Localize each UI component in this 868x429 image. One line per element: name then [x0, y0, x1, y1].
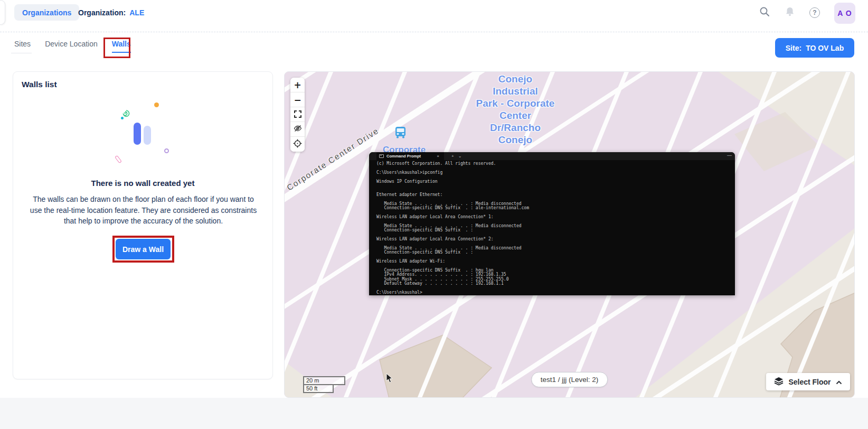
locate-button[interactable] [290, 137, 305, 152]
organization-breadcrumb: Organization: ALE [78, 0, 144, 25]
organizations-button[interactable]: Organizations [14, 4, 79, 21]
fullscreen-icon [294, 109, 301, 120]
tab-device-location[interactable]: Device Location [45, 40, 98, 53]
select-floor-label: Select Floor [788, 378, 831, 386]
scale-imperial: 50 ft [303, 385, 334, 393]
bell-icon [785, 6, 795, 18]
tab-bar: Sites Device Location Walls [14, 40, 131, 53]
bus-stop-icon [393, 125, 408, 142]
new-tab-icon: + [449, 152, 456, 160]
hide-visibility-button[interactable] [290, 122, 305, 137]
illustration-pink-pencil [115, 155, 122, 164]
collapsed-nav-handle[interactable] [0, 0, 5, 25]
map-controls-toolbar: + − [290, 78, 305, 152]
tab-close-icon: × [435, 152, 441, 160]
help-button[interactable]: ? [809, 7, 820, 18]
zoom-in-button[interactable]: + [290, 78, 305, 92]
illustration-wall-bar-blue [134, 123, 141, 145]
walls-list-title: Walls list [22, 80, 57, 89]
illustration-wall-bar-light [144, 126, 151, 145]
empty-state-description: The walls can be drawn on the floor plan… [26, 194, 261, 227]
draw-a-wall-button[interactable]: Draw a Wall [116, 239, 171, 259]
terminal-text: (c) Microsoft Corporation. All rights re… [376, 162, 732, 295]
layers-icon [774, 377, 784, 387]
site-value: TO OV Lab [806, 44, 844, 52]
tab-dropdown-icon: ⌄ [456, 152, 464, 160]
map[interactable]: Conejo Industrial Park - Corporate Cente… [284, 71, 855, 398]
topbar-actions: ? A O [759, 0, 855, 25]
select-floor-button[interactable]: Select Floor [766, 373, 850, 390]
crosshair-icon [293, 139, 302, 150]
top-bar: Organizations Organization: ALE ? A O [0, 0, 868, 32]
tab-walls[interactable]: Walls [112, 40, 131, 53]
search-icon [759, 6, 770, 19]
fullscreen-button[interactable] [290, 107, 305, 122]
chevron-up-icon [836, 378, 842, 386]
current-floor-badge: test1 / jjj (Level: 2) [531, 372, 608, 387]
map-scale-control: 20 m 50 ft [303, 376, 345, 393]
notifications-button[interactable] [785, 6, 795, 18]
illustration-green-swirl [121, 109, 131, 120]
terminal-title-bar: Command Prompt × + ⌄ — [369, 152, 735, 160]
terminal-tab: Command Prompt × [376, 152, 444, 160]
empty-state-title: There is no wall created yet [13, 179, 272, 188]
command-prompt-icon [379, 154, 384, 158]
search-button[interactable] [759, 6, 770, 19]
minus-icon: − [294, 95, 301, 105]
zoom-out-button[interactable]: − [290, 92, 305, 107]
site-label: Site: [786, 44, 801, 52]
illustration-orange-dot [154, 102, 159, 107]
terminal-output: (c) Microsoft Corporation. All rights re… [369, 160, 735, 295]
illustration-purple-circle [164, 148, 169, 153]
floorplan-terminal-screenshot: Command Prompt × + ⌄ — (c) Microsoft Cor… [369, 152, 735, 295]
site-selector-button[interactable]: Site: TO OV Lab [775, 38, 854, 58]
organization-value-link[interactable]: ALE [129, 8, 144, 17]
scale-metric: 20 m [303, 376, 345, 385]
help-icon: ? [809, 7, 820, 18]
tab-sites[interactable]: Sites [14, 40, 31, 53]
plus-icon: + [294, 80, 301, 90]
walls-list-panel: Walls list There is no wall created yet … [13, 71, 273, 379]
illustration-teal-dot [121, 117, 124, 119]
eye-off-icon [294, 124, 302, 135]
organization-label: Organization: [78, 8, 126, 17]
user-avatar[interactable]: A O [834, 3, 855, 24]
minimize-icon: — [727, 152, 732, 159]
page-footer-area [0, 398, 868, 429]
terminal-tab-title: Command Prompt [386, 154, 432, 158]
